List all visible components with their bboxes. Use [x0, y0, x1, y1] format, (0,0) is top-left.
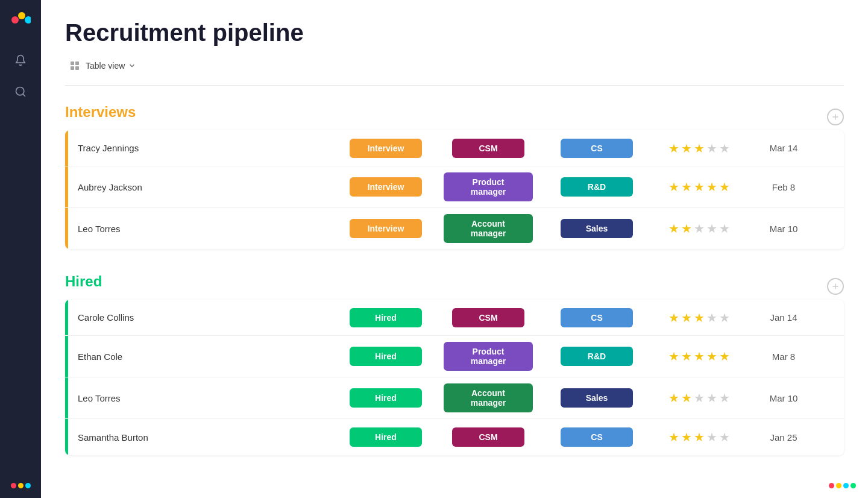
date-value: Mar 8 — [772, 351, 795, 362]
table-row[interactable]: Carole Collins Hired CSM CS ★★★★★ Jan 14 — [65, 300, 844, 336]
toolbar: Table view — [65, 58, 844, 73]
cell-dept[interactable]: R&D — [542, 336, 651, 377]
candidate-name: Ethan Cole — [78, 351, 122, 362]
view-label: Table view — [86, 61, 125, 71]
status-badge[interactable]: Hired — [350, 308, 422, 327]
cell-stars: ★★★★★ — [651, 300, 747, 335]
cell-role[interactable]: CSM — [434, 130, 542, 166]
role-badge[interactable]: Account manager — [444, 383, 533, 412]
view-toggle-button[interactable]: Table view — [65, 58, 140, 73]
chevron-down-icon — [128, 62, 136, 69]
star-5: ★ — [719, 310, 730, 325]
cell-dept[interactable]: R&D — [542, 166, 651, 207]
cell-action — [820, 377, 844, 418]
cell-dept[interactable]: Sales — [542, 377, 651, 418]
cell-date: Feb 8 — [747, 166, 820, 207]
cell-status[interactable]: Hired — [338, 377, 434, 418]
cell-role[interactable]: CSM — [434, 300, 542, 335]
star-4: ★ — [706, 391, 717, 405]
status-badge[interactable]: Interview — [350, 139, 422, 158]
star-3: ★ — [694, 349, 705, 364]
star-5: ★ — [719, 180, 730, 194]
dept-badge[interactable]: Sales — [561, 219, 633, 238]
cell-dept[interactable]: CS — [542, 300, 651, 335]
sections-container: Interviews Tracy Jennings Interview CSM … — [65, 104, 844, 455]
sidebar — [0, 0, 41, 498]
dept-badge[interactable]: CS — [561, 308, 633, 327]
table-row[interactable]: Leo Torres Interview Account manager Sal… — [65, 208, 844, 249]
status-badge[interactable]: Hired — [350, 388, 422, 408]
date-value: Mar 10 — [770, 393, 798, 403]
table-row[interactable]: Tracy Jennings Interview CSM CS ★★★★★ Ma… — [65, 130, 844, 166]
bottom-brand — [829, 483, 856, 488]
search-icon[interactable] — [10, 81, 31, 102]
table-row[interactable]: Leo Torres Hired Account manager Sales ★… — [65, 377, 844, 419]
table-row[interactable]: Samantha Burton Hired CSM CS ★★★★★ Jan 2… — [65, 419, 844, 455]
cell-dept[interactable]: CS — [542, 130, 651, 166]
page-title: Recruitment pipeline — [65, 19, 844, 46]
svg-rect-8 — [75, 66, 79, 70]
star-2: ★ — [681, 310, 692, 325]
role-badge[interactable]: CSM — [452, 139, 524, 158]
status-badge[interactable]: Hired — [350, 427, 422, 447]
cell-role[interactable]: Product manager — [434, 166, 542, 207]
cell-status[interactable]: Hired — [338, 300, 434, 335]
star-5: ★ — [719, 221, 730, 236]
star-5: ★ — [719, 349, 730, 364]
cell-role[interactable]: Account manager — [434, 208, 542, 249]
star-3: ★ — [694, 430, 705, 444]
star-rating: ★★★★★ — [668, 391, 730, 405]
star-4: ★ — [706, 141, 717, 156]
section-hired: Hired Carole Collins Hired CSM CS ★★★★★ … — [65, 273, 844, 455]
role-badge[interactable]: CSM — [452, 308, 524, 327]
star-4: ★ — [706, 310, 717, 325]
cell-status[interactable]: Hired — [338, 336, 434, 377]
svg-point-2 — [25, 16, 31, 24]
status-badge[interactable]: Interview — [350, 219, 422, 238]
cell-name: Leo Torres — [68, 377, 338, 418]
cell-action — [820, 419, 844, 455]
cell-status[interactable]: Interview — [338, 208, 434, 249]
role-badge[interactable]: Product manager — [444, 342, 533, 371]
cell-action — [820, 336, 844, 377]
cell-date: Mar 10 — [747, 377, 820, 418]
star-rating: ★★★★★ — [668, 349, 730, 364]
star-5: ★ — [719, 430, 730, 444]
date-value: Mar 10 — [770, 224, 798, 234]
dept-badge[interactable]: R&D — [561, 177, 633, 197]
cell-dept[interactable]: Sales — [542, 208, 651, 249]
add-row-button-interviews[interactable] — [827, 109, 844, 125]
dept-badge[interactable]: Sales — [561, 388, 633, 408]
add-row-button-hired[interactable] — [827, 278, 844, 295]
star-1: ★ — [668, 180, 679, 194]
star-1: ★ — [668, 391, 679, 405]
cell-status[interactable]: Interview — [338, 130, 434, 166]
dept-badge[interactable]: CS — [561, 139, 633, 158]
cell-role[interactable]: Account manager — [434, 377, 542, 418]
cell-status[interactable]: Hired — [338, 419, 434, 455]
cell-dept[interactable]: CS — [542, 419, 651, 455]
dept-badge[interactable]: R&D — [561, 347, 633, 366]
dept-badge[interactable]: CS — [561, 427, 633, 447]
cell-role[interactable]: CSM — [434, 419, 542, 455]
cell-action — [820, 208, 844, 249]
cell-stars: ★★★★★ — [651, 336, 747, 377]
cell-action — [820, 130, 844, 166]
status-badge[interactable]: Hired — [350, 347, 422, 366]
table-row[interactable]: Aubrey Jackson Interview Product manager… — [65, 166, 844, 208]
cell-role[interactable]: Product manager — [434, 336, 542, 377]
table-hired: Carole Collins Hired CSM CS ★★★★★ Jan 14… — [65, 300, 844, 455]
star-2: ★ — [681, 430, 692, 444]
cell-stars: ★★★★★ — [651, 166, 747, 207]
cell-status[interactable]: Interview — [338, 166, 434, 207]
notification-icon[interactable] — [10, 49, 31, 71]
cell-date: Mar 8 — [747, 336, 820, 377]
date-value: Mar 14 — [770, 143, 798, 153]
svg-line-4 — [23, 94, 25, 96]
table-row[interactable]: Ethan Cole Hired Product manager R&D ★★★… — [65, 336, 844, 377]
role-badge[interactable]: CSM — [452, 427, 524, 447]
role-badge[interactable]: Product manager — [444, 172, 533, 201]
role-badge[interactable]: Account manager — [444, 214, 533, 243]
cell-name: Tracy Jennings — [68, 130, 338, 166]
status-badge[interactable]: Interview — [350, 177, 422, 197]
